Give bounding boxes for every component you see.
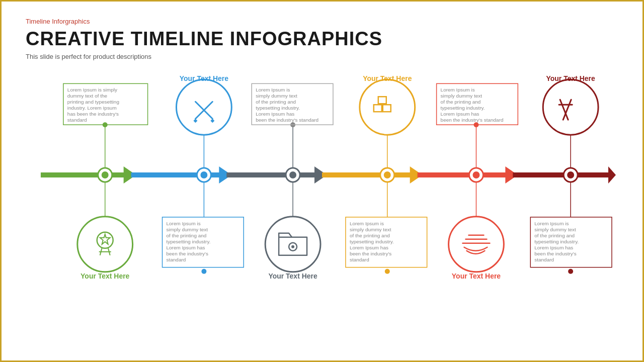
card-5-text: Lorem Ipsum is simply dummy text of the … bbox=[441, 87, 504, 123]
node-5-inner bbox=[472, 171, 479, 178]
label-3-bottom: Your Text Here bbox=[268, 272, 317, 280]
label-1-bottom: Your Text Here bbox=[80, 272, 130, 280]
dot-2-bottom bbox=[201, 269, 206, 274]
node-1-inner bbox=[102, 171, 109, 178]
circle-4-top bbox=[360, 79, 415, 135]
node-4-inner bbox=[384, 171, 391, 178]
slide: Timeline Inforgraphics CREATIVE TIMELINE… bbox=[2, 2, 642, 360]
label-6-top: Your Text Here bbox=[546, 74, 596, 82]
label-4-top: Your Text Here bbox=[363, 74, 412, 82]
header-desc: This slide is perfect for product descri… bbox=[26, 53, 618, 60]
header-title: CREATIVE TIMELINE INFOGRAPHICS bbox=[26, 28, 618, 50]
arrow-4 bbox=[322, 166, 423, 184]
arrow-5 bbox=[418, 166, 518, 184]
dot-6-bottom bbox=[568, 269, 573, 274]
svg-point-16 bbox=[291, 245, 294, 248]
timeline-area: Lorem Ipsum is simply dummy text of the … bbox=[26, 69, 618, 281]
card-6-text: Lorem Ipsum is simply dummy text of the … bbox=[534, 221, 580, 262]
card-2-text: Lorem Ipsum is simply dummy text of the … bbox=[167, 221, 212, 262]
node-2-inner bbox=[200, 171, 207, 178]
header-subtitle: Timeline Inforgraphics bbox=[26, 18, 618, 25]
arrow-2 bbox=[131, 166, 232, 184]
dot-4-bottom bbox=[385, 269, 390, 274]
label-2-top: Your Text Here bbox=[180, 74, 229, 82]
arrow-3 bbox=[226, 166, 327, 184]
node-6-inner bbox=[567, 171, 574, 178]
circle-2-top bbox=[176, 79, 231, 135]
circle-5-bottom bbox=[449, 217, 504, 272]
label-5-bottom: Your Text Here bbox=[452, 272, 501, 280]
card-4-text: Lorem Ipsum is simply dummy text of the … bbox=[350, 221, 395, 262]
node-3-inner bbox=[289, 171, 296, 178]
arrow-1 bbox=[41, 166, 136, 184]
circle-6-top bbox=[543, 79, 598, 135]
circle-1-bottom bbox=[77, 217, 133, 272]
circle-3-bottom bbox=[265, 217, 320, 272]
timeline-svg: Lorem Ipsum is simply dummy text of the … bbox=[26, 69, 618, 281]
card-3-text: Lorem Ipsum is simply dummy text of the … bbox=[256, 87, 318, 123]
card-1-text: Lorem Ipsum is simply dummy text of the … bbox=[67, 87, 121, 123]
